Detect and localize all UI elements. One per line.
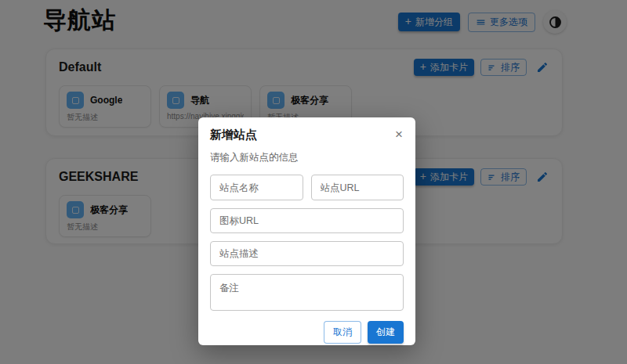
modal-actions: 取消 创建 xyxy=(210,321,404,344)
notes-textarea[interactable] xyxy=(210,274,404,311)
modal-title: 新增站点 xyxy=(210,128,257,142)
add-site-form xyxy=(210,175,404,311)
site-url-input[interactable] xyxy=(311,175,404,200)
site-description-input[interactable] xyxy=(210,241,404,266)
icon-url-input[interactable] xyxy=(210,208,404,233)
navigation-dashboard: 导航站 + 新增分组 更多选项 xyxy=(0,0,627,364)
field-row xyxy=(210,175,404,200)
add-site-modal: 新增站点 × 请输入新站点的信息 取消 创建 xyxy=(198,117,415,345)
site-name-input[interactable] xyxy=(210,175,303,200)
close-icon[interactable]: × xyxy=(394,128,404,141)
modal-header: 新增站点 × xyxy=(210,128,404,142)
create-button[interactable]: 创建 xyxy=(368,321,404,344)
modal-subtitle: 请输入新站点的信息 xyxy=(210,151,404,164)
cancel-button[interactable]: 取消 xyxy=(324,321,361,344)
